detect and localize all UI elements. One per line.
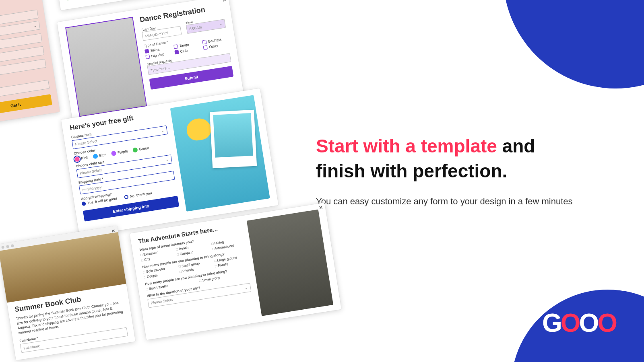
close-icon[interactable]: ✕ <box>318 205 323 211</box>
checkbox-icon <box>203 45 208 50</box>
browser-dot-icon <box>1 245 4 249</box>
chevron-down-icon: ⌄ <box>165 155 169 164</box>
checkbox-icon <box>144 49 149 53</box>
color-dot-icon <box>111 151 116 156</box>
browser-dot-icon <box>11 244 14 247</box>
card-image-backpack <box>247 210 333 316</box>
rubber-duck-icon <box>185 117 213 142</box>
checkbox-icon <box>173 44 178 49</box>
color-dot-icon <box>74 156 80 162</box>
brand-logo: G O O O <box>542 308 616 338</box>
template-card-pets: ✕ ends age of the pet 12 months ⌄ Delive… <box>0 0 60 127</box>
template-card-bookclub: ✕ Summer Book Club Thanks for joining th… <box>0 226 135 360</box>
chevron-down-icon: ⌄ <box>244 283 248 292</box>
close-icon[interactable]: ✕ <box>222 0 227 3</box>
logo-letter-o1: O <box>561 308 579 338</box>
chevron-down-icon: ⌄ <box>33 21 37 30</box>
checkbox-icon <box>145 54 150 59</box>
swatch-purple[interactable]: Purple <box>111 149 128 156</box>
swatch-blue[interactable]: Blue <box>93 152 107 159</box>
browser-dot-icon <box>6 245 9 248</box>
card-image-toys <box>170 95 270 212</box>
swatch-green[interactable]: Green <box>132 146 149 153</box>
radio-icon <box>124 195 128 199</box>
close-icon[interactable]: ✕ <box>111 228 116 234</box>
decorative-circle-top <box>503 0 644 88</box>
checkbox-icon <box>202 40 207 44</box>
get-it-button[interactable]: Get it <box>65 0 203 0</box>
radio-icon <box>81 202 86 206</box>
template-collage: ✕ ends age of the pet 12 months ⌄ Delive… <box>0 0 385 362</box>
polaroid-icon <box>210 110 257 169</box>
color-dot-icon <box>93 154 98 159</box>
logo-letter-o3: O <box>597 308 616 338</box>
checkbox-icon <box>174 50 179 54</box>
chevron-down-icon: ⌄ <box>160 126 165 135</box>
card-image-dancer <box>65 17 147 117</box>
color-dot-icon <box>132 147 138 153</box>
chevron-down-icon: ⌄ <box>219 19 223 29</box>
logo-letter-o2: O <box>579 308 597 338</box>
logo-letter-g: G <box>542 308 561 338</box>
swatch-pink[interactable]: Pink <box>74 155 89 162</box>
